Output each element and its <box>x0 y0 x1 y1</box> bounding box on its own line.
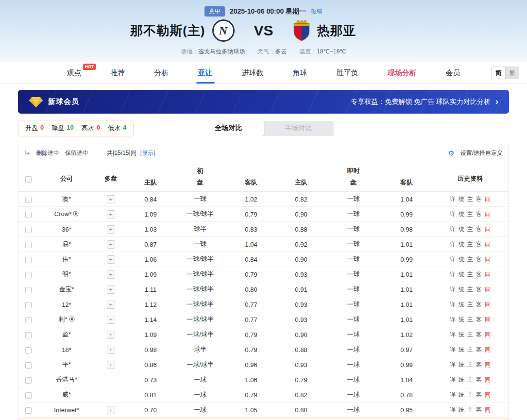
history-link-same[interactable]: 同 <box>485 271 491 278</box>
banner-benefits[interactable]: 专享权益：免费解锁 免广告 球队实力对比分析 <box>351 98 491 106</box>
history-link-stats[interactable]: 统 <box>459 391 464 398</box>
row-checkbox[interactable] <box>25 212 32 218</box>
history-link-detail[interactable]: 详 <box>450 211 456 218</box>
expand-odds-button[interactable]: + <box>107 195 115 203</box>
nav-item-analysis[interactable]: 分析 <box>153 62 171 84</box>
history-link-home[interactable]: 主 <box>467 316 473 323</box>
show-link[interactable]: [显示] <box>140 149 155 157</box>
nav-item-win-draw-lose[interactable]: 胜平负 <box>335 62 360 84</box>
nav-item-viewpoint[interactable]: 观点HOT <box>65 62 84 84</box>
row-checkbox[interactable] <box>25 317 32 323</box>
history-link-away[interactable]: 客 <box>476 391 482 398</box>
history-link-detail[interactable]: 详 <box>450 271 456 278</box>
history-link-same[interactable]: 同 <box>485 316 491 323</box>
history-link-same[interactable]: 同 <box>485 361 491 368</box>
history-link-same[interactable]: 同 <box>485 331 491 338</box>
chevron-right-icon[interactable]: › <box>495 97 498 107</box>
expand-odds-button[interactable]: + <box>107 286 115 294</box>
history-link-home[interactable]: 主 <box>467 241 473 248</box>
nav-item-recommend[interactable]: 推荐 <box>109 62 127 84</box>
history-link-stats[interactable]: 统 <box>459 271 464 278</box>
history-link-away[interactable]: 客 <box>476 331 482 338</box>
row-checkbox[interactable] <box>25 257 32 263</box>
history-link-home[interactable]: 主 <box>467 406 473 413</box>
history-link-away[interactable]: 客 <box>476 256 482 263</box>
report-error-link[interactable]: 报错 <box>311 7 323 16</box>
history-link-same[interactable]: 同 <box>485 211 491 218</box>
history-link-away[interactable]: 客 <box>476 301 482 308</box>
row-checkbox[interactable] <box>25 272 32 278</box>
row-checkbox[interactable] <box>25 197 32 203</box>
row-checkbox[interactable] <box>25 242 32 248</box>
history-link-away[interactable]: 客 <box>476 376 482 383</box>
history-link-same[interactable]: 同 <box>485 406 491 413</box>
history-link-detail[interactable]: 详 <box>450 346 456 353</box>
history-link-home[interactable]: 主 <box>467 301 473 308</box>
history-link-away[interactable]: 客 <box>476 226 482 233</box>
member-banner[interactable]: 新球会员 专享权益：免费解锁 免广告 球队实力对比分析 › <box>18 90 509 114</box>
history-link-home[interactable]: 主 <box>467 286 473 293</box>
history-link-detail[interactable]: 详 <box>450 391 456 398</box>
history-link-home[interactable]: 主 <box>467 361 473 368</box>
history-link-same[interactable]: 同 <box>485 226 491 233</box>
history-link-home[interactable]: 主 <box>467 211 473 218</box>
tab-full-match[interactable]: 全场对比 <box>194 121 264 136</box>
history-link-same[interactable]: 同 <box>485 301 491 308</box>
nav-item-member[interactable]: 会员 <box>444 62 462 84</box>
history-link-away[interactable]: 客 <box>476 406 482 413</box>
expand-odds-button[interactable]: + <box>107 316 115 324</box>
expand-odds-button[interactable]: + <box>107 240 115 249</box>
history-link-stats[interactable]: 统 <box>459 406 464 413</box>
history-link-away[interactable]: 客 <box>476 361 482 368</box>
expand-odds-button[interactable]: + <box>107 301 115 309</box>
history-link-away[interactable]: 客 <box>476 196 482 202</box>
delete-selected-button[interactable]: 删除选中 <box>36 149 59 157</box>
row-checkbox[interactable] <box>25 362 32 369</box>
history-link-home[interactable]: 主 <box>467 376 473 383</box>
history-link-home[interactable]: 主 <box>467 271 473 278</box>
history-link-same[interactable]: 同 <box>485 196 491 202</box>
history-link-stats[interactable]: 统 <box>459 361 464 368</box>
history-link-detail[interactable]: 详 <box>450 406 456 413</box>
nav-item-live-analysis[interactable]: 现场分析 <box>386 62 419 84</box>
row-checkbox[interactable] <box>25 407 32 414</box>
expand-odds-button[interactable]: + <box>107 270 115 279</box>
history-link-away[interactable]: 客 <box>476 286 482 293</box>
history-link-home[interactable]: 主 <box>467 226 473 233</box>
history-link-stats[interactable]: 统 <box>459 301 464 308</box>
expand-odds-button[interactable]: + <box>107 331 115 339</box>
row-checkbox[interactable] <box>25 392 32 399</box>
expand-odds-button[interactable]: + <box>107 255 115 264</box>
history-link-home[interactable]: 主 <box>467 346 473 353</box>
expand-odds-button[interactable]: + <box>107 225 115 234</box>
history-link-stats[interactable]: 统 <box>459 241 464 248</box>
keep-selected-button[interactable]: 保留选中 <box>65 149 88 157</box>
history-link-away[interactable]: 客 <box>476 346 482 353</box>
row-checkbox[interactable] <box>25 347 32 353</box>
lang-button-traditional[interactable]: 繁 <box>505 67 519 79</box>
history-link-stats[interactable]: 统 <box>459 211 464 218</box>
history-link-detail[interactable]: 详 <box>450 256 456 263</box>
expand-odds-button[interactable]: + <box>107 406 115 414</box>
history-link-detail[interactable]: 详 <box>450 361 456 368</box>
history-link-detail[interactable]: 详 <box>450 301 456 308</box>
history-link-stats[interactable]: 统 <box>459 331 464 338</box>
customize-settings-link[interactable]: 设置/选择自定义 <box>460 149 503 157</box>
history-link-away[interactable]: 客 <box>476 271 482 278</box>
history-link-home[interactable]: 主 <box>467 331 473 338</box>
lang-button-simplified[interactable]: 简 <box>492 67 505 79</box>
history-link-away[interactable]: 客 <box>476 316 482 323</box>
expand-odds-button[interactable]: + <box>107 346 115 354</box>
history-link-stats[interactable]: 统 <box>459 196 464 202</box>
history-link-detail[interactable]: 详 <box>450 286 456 293</box>
history-link-detail[interactable]: 详 <box>450 196 456 202</box>
row-checkbox[interactable] <box>25 332 32 338</box>
history-link-same[interactable]: 同 <box>485 286 491 293</box>
row-checkbox[interactable] <box>25 377 32 384</box>
row-checkbox[interactable] <box>25 227 32 233</box>
history-link-detail[interactable]: 详 <box>450 331 456 338</box>
history-link-home[interactable]: 主 <box>467 256 473 263</box>
history-link-stats[interactable]: 统 <box>459 316 464 323</box>
history-link-home[interactable]: 主 <box>467 196 473 202</box>
history-link-stats[interactable]: 统 <box>459 376 464 383</box>
